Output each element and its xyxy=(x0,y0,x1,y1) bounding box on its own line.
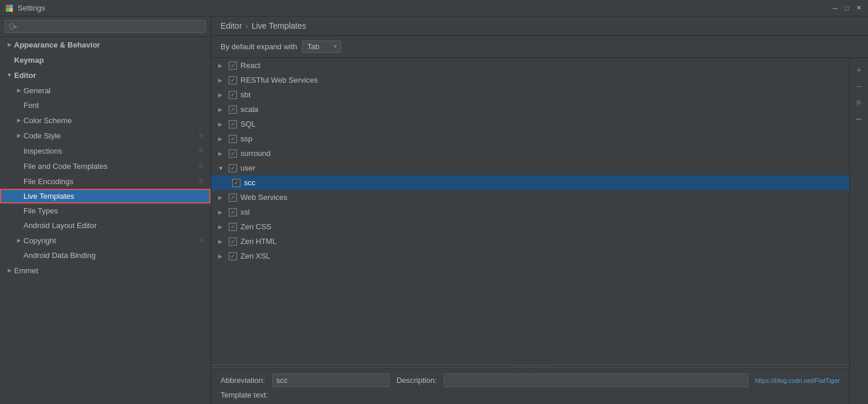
group-arrow-icon: ▶ xyxy=(218,253,225,259)
templates-list: ▶ ✓ React ▶ ✓ RESTful Web Services ▶ ✓ xyxy=(211,58,849,365)
sidebar-item-font[interactable]: Font xyxy=(0,98,211,113)
group-zen-css[interactable]: ▶ ✓ Zen CSS xyxy=(211,219,849,234)
item-checkbox[interactable]: ✓ xyxy=(232,179,240,187)
group-label: React xyxy=(240,61,260,70)
group-arrow-icon: ▶ xyxy=(218,77,225,83)
sidebar-item-android-layout[interactable]: Android Layout Editor xyxy=(0,218,211,233)
settings-icon: ⎘ xyxy=(196,131,206,140)
arrow-icon: ▶ xyxy=(5,266,14,275)
arrow-icon: ▶ xyxy=(5,40,14,49)
arrow-icon: ▶ xyxy=(14,131,23,140)
copy-button[interactable]: ⎘ xyxy=(852,96,866,110)
group-label: scala xyxy=(240,105,258,114)
sidebar-item-appearance[interactable]: ▶ Appearance & Behavior xyxy=(0,37,211,52)
group-label: Web Services xyxy=(240,193,287,202)
nav-tree: ▶ Appearance & Behavior ▶ Keymap ▼ Edito… xyxy=(0,37,211,404)
group-checkbox[interactable]: ✓ xyxy=(229,164,237,172)
abbreviation-input[interactable] xyxy=(272,374,389,387)
title-bar: Settings ─ □ ✕ xyxy=(0,0,868,16)
group-checkbox[interactable]: ✓ xyxy=(229,237,237,246)
group-checkbox[interactable]: ✓ xyxy=(229,223,237,231)
item-label: scc xyxy=(244,178,256,187)
group-checkbox[interactable]: ✓ xyxy=(229,135,237,143)
group-arrow-icon: ▶ xyxy=(218,239,225,245)
group-label: SQL xyxy=(240,120,256,128)
sidebar-item-color-scheme[interactable]: ▶ Color Scheme xyxy=(0,113,211,128)
external-link[interactable]: https://blog.csdn.net/FlatTiger xyxy=(755,377,840,384)
arrow-icon: ▶ xyxy=(14,236,23,245)
group-restful[interactable]: ▶ ✓ RESTful Web Services xyxy=(211,73,849,87)
group-label: Zen CSS xyxy=(240,222,272,231)
group-label: user xyxy=(240,164,255,172)
remove-button[interactable]: − xyxy=(852,79,866,93)
group-label: ssp xyxy=(240,134,252,143)
sidebar-item-copyright[interactable]: ▶ Copyright ⎘ xyxy=(0,233,211,248)
sidebar-item-code-style[interactable]: ▶ Code Style ⎘ xyxy=(0,128,211,143)
sidebar-item-live-templates[interactable]: Live Templates xyxy=(0,189,211,203)
app-icon xyxy=(5,4,14,13)
group-checkbox[interactable]: ✓ xyxy=(229,208,237,216)
group-checkbox[interactable]: ✓ xyxy=(229,62,237,70)
group-ssp[interactable]: ▶ ✓ ssp xyxy=(211,131,849,146)
group-checkbox[interactable]: ✓ xyxy=(229,106,237,114)
group-arrow-icon: ▶ xyxy=(218,107,225,113)
sidebar-item-keymap[interactable]: ▶ Keymap xyxy=(0,52,211,67)
group-checkbox[interactable]: ✓ xyxy=(229,193,237,202)
minimize-button[interactable]: ─ xyxy=(830,4,840,13)
restore-button[interactable]: ↩ xyxy=(852,112,866,126)
group-label: Zen XSL xyxy=(240,252,270,260)
group-zen-xsl[interactable]: ▶ ✓ Zen XSL xyxy=(211,249,849,263)
arrow-icon: ▶ xyxy=(14,116,23,125)
add-button[interactable]: + xyxy=(852,63,866,77)
group-surround[interactable]: ▶ ✓ surround xyxy=(211,146,849,161)
sidebar-item-label: Inspections xyxy=(23,147,194,155)
template-item-scc[interactable]: ✓ scc xyxy=(211,175,849,190)
group-checkbox[interactable]: ✓ xyxy=(229,76,237,84)
sidebar-item-label: Copyright xyxy=(23,236,194,245)
group-web-services[interactable]: ▶ ✓ Web Services xyxy=(211,190,849,205)
svg-rect-3 xyxy=(9,8,13,12)
group-checkbox[interactable]: ✓ xyxy=(229,91,237,99)
settings-icon: ⎘ xyxy=(196,176,206,186)
group-label: RESTful Web Services xyxy=(240,76,318,84)
sidebar-item-label: Emmet xyxy=(14,266,206,275)
group-checkbox[interactable]: ✓ xyxy=(229,120,237,128)
group-user[interactable]: ▼ ✓ user xyxy=(211,161,849,175)
close-button[interactable]: ✕ xyxy=(854,4,863,13)
group-label: Zen HTML xyxy=(240,237,276,246)
sidebar-item-file-encodings[interactable]: File Encodings ⎘ xyxy=(0,174,211,189)
group-checkbox[interactable]: ✓ xyxy=(229,252,237,260)
arrow-icon: ▼ xyxy=(5,70,14,80)
sidebar-item-emmet[interactable]: ▶ Emmet xyxy=(0,263,211,278)
content-toolbar: By default expand with Tab Enter Space xyxy=(211,36,868,58)
template-text-label: Template text: xyxy=(221,391,268,399)
sidebar-item-file-code-templates[interactable]: File and Code Templates ⎘ xyxy=(0,158,211,174)
sidebar-item-general[interactable]: ▶ General xyxy=(0,83,211,98)
group-checkbox[interactable]: ✓ xyxy=(229,150,237,158)
sidebar-item-android-data[interactable]: Android Data Binding xyxy=(0,248,211,263)
group-sql[interactable]: ▶ ✓ SQL xyxy=(211,117,849,131)
sidebar-item-file-types[interactable]: File Types xyxy=(0,203,211,218)
search-bar xyxy=(0,16,211,37)
sidebar-item-label: Font xyxy=(23,101,206,110)
content-header: Editor › Live Templates xyxy=(211,16,868,36)
sidebar-item-inspections[interactable]: Inspections ⎘ xyxy=(0,143,211,158)
window-title: Settings xyxy=(18,4,45,12)
expand-with-select[interactable]: Tab Enter Space xyxy=(302,40,341,53)
sidebar-item-label: Editor xyxy=(14,71,206,80)
group-xsl[interactable]: ▶ ✓ xsl xyxy=(211,205,849,219)
description-label: Description: xyxy=(396,376,437,385)
group-react[interactable]: ▶ ✓ React xyxy=(211,58,849,73)
right-sidebar: + − ⎘ ↩ xyxy=(849,58,868,404)
expand-select-wrapper: Tab Enter Space xyxy=(302,40,341,53)
search-input[interactable] xyxy=(5,20,206,33)
arrow-icon: ▶ xyxy=(14,86,23,95)
description-input[interactable] xyxy=(444,374,748,387)
group-arrow-icon: ▶ xyxy=(218,92,225,98)
group-sbt[interactable]: ▶ ✓ sbt xyxy=(211,87,849,102)
group-zen-html[interactable]: ▶ ✓ Zen HTML xyxy=(211,234,849,249)
sidebar-item-editor[interactable]: ▼ Editor xyxy=(0,67,211,83)
group-scala[interactable]: ▶ ✓ scala xyxy=(211,102,849,117)
group-arrow-icon: ▶ xyxy=(218,63,225,69)
maximize-button[interactable]: □ xyxy=(842,4,852,13)
